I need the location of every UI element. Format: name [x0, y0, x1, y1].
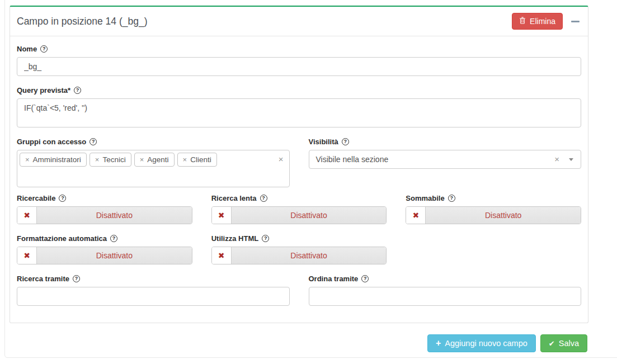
toggle-handle: ✖ [406, 207, 426, 224]
toggles-row-2: Formattazione automatica ? ✖ Disattivato… [17, 234, 581, 264]
nome-label: Nome ? [17, 45, 581, 53]
ricerca-tramite-label: Ricerca tramite ? [17, 275, 290, 283]
toggle-state-label: Disattivato [37, 207, 192, 224]
tag-tecnici: × Tecnici [90, 153, 131, 167]
toggle-handle: ✖ [212, 207, 232, 224]
toggle-state-label: Disattivato [232, 207, 387, 224]
remove-tag-icon[interactable]: × [140, 155, 144, 164]
toggle-off-icon: ✖ [23, 211, 30, 220]
help-icon[interactable]: ? [90, 138, 97, 145]
help-icon[interactable]: ? [342, 138, 349, 145]
groups-visibility-row: Gruppi con accesso ? × Amministratori × … [17, 138, 581, 187]
tag-clienti: × Clienti [177, 153, 217, 167]
visibilita-col: Visibilità ? Visibile nella sezione × [309, 138, 582, 187]
toggle-state-label: Disattivato [426, 207, 581, 224]
tag-amministratori: × Amministratori [20, 153, 87, 167]
ricerca-lenta-col: Ricerca lenta ? ✖ Disattivato [211, 194, 387, 224]
ordina-tramite-input[interactable] [309, 287, 582, 306]
ricercabile-col: Ricercabile ? ✖ Disattivato [17, 194, 192, 224]
ricerca-tramite-col: Ricerca tramite ? [17, 275, 290, 306]
help-icon[interactable]: ? [74, 87, 81, 94]
panel-body: Nome ? Query prevista* ? IF(`qta`<5, 're… [10, 36, 588, 317]
toggle-handle: ✖ [17, 247, 37, 264]
ricercabile-toggle[interactable]: ✖ Disattivato [17, 206, 192, 224]
toggle-off-icon: ✖ [218, 251, 225, 260]
help-icon[interactable]: ? [59, 195, 66, 202]
chevron-down-icon [569, 158, 573, 161]
query-label: Query prevista* ? [17, 86, 581, 94]
clear-selection-icon[interactable]: × [554, 154, 559, 164]
help-icon[interactable]: ? [40, 45, 48, 53]
collapse-icon[interactable] [571, 21, 580, 22]
gruppi-multiselect[interactable]: × Amministratori × Tecnici × Agenti × [17, 150, 290, 187]
sommabile-toggle[interactable]: ✖ Disattivato [406, 206, 581, 224]
visibilita-select[interactable]: Visibile nella sezione × [309, 150, 582, 169]
nome-group: Nome ? [17, 45, 581, 76]
check-icon: ✔ [549, 339, 555, 348]
help-icon[interactable]: ? [448, 195, 455, 202]
utilizza-html-col: Utilizza HTML ? ✖ Disattivato [211, 234, 387, 264]
query-group: Query prevista* ? IF(`qta`<5, 'red', '') [17, 86, 581, 127]
tag-label: Amministratori [33, 155, 81, 164]
help-icon[interactable]: ? [110, 235, 117, 242]
delete-button-label: Elimina [530, 17, 555, 26]
empty-col [406, 234, 581, 264]
formattazione-toggle[interactable]: ✖ Disattivato [17, 247, 192, 264]
ordina-tramite-col: Ordina tramite ? [309, 275, 582, 306]
help-icon[interactable]: ? [260, 195, 267, 202]
nome-input[interactable] [17, 57, 581, 76]
add-field-button-label: Aggiungi nuovo campo [445, 339, 527, 348]
ricerca-tramite-input[interactable] [17, 287, 290, 306]
panel-header: Campo in posizione 14 (_bg_) Elimina [10, 7, 588, 36]
clear-all-icon[interactable]: × [279, 154, 284, 164]
panel-header-actions: Elimina [512, 13, 580, 30]
ricercabile-label: Ricercabile ? [17, 194, 192, 202]
toggle-off-icon: ✖ [218, 211, 225, 220]
delete-button[interactable]: Elimina [512, 13, 563, 30]
formattazione-col: Formattazione automatica ? ✖ Disattivato [17, 234, 192, 264]
sommabile-label: Sommabile ? [406, 194, 581, 202]
sommabile-col: Sommabile ? ✖ Disattivato [406, 194, 581, 224]
help-icon[interactable]: ? [361, 275, 369, 282]
help-icon[interactable]: ? [262, 235, 269, 242]
field-panel: Campo in posizione 14 (_bg_) Elimina Nom… [10, 6, 588, 323]
add-field-button[interactable]: + Aggiungi nuovo campo [427, 334, 536, 352]
ricerca-lenta-toggle[interactable]: ✖ Disattivato [211, 206, 387, 224]
tag-agenti: × Agenti [134, 153, 175, 167]
tag-label: Agenti [147, 155, 168, 164]
save-button[interactable]: ✔ Salva [540, 334, 587, 352]
toggle-handle: ✖ [17, 207, 37, 224]
visibilita-label: Visibilità ? [309, 138, 582, 146]
toggle-state-label: Disattivato [232, 247, 387, 264]
visibilita-selected-value: Visibile nella sezione [316, 155, 389, 164]
ricerca-lenta-label: Ricerca lenta ? [211, 194, 387, 202]
remove-tag-icon[interactable]: × [25, 155, 30, 164]
gruppi-tags: × Amministratori × Tecnici × Agenti × [20, 153, 275, 167]
formattazione-label: Formattazione automatica ? [17, 234, 192, 243]
toggle-off-icon: ✖ [412, 211, 419, 220]
tramite-row: Ricerca tramite ? Ordina tramite ? [17, 275, 581, 306]
help-icon[interactable]: ? [73, 275, 80, 282]
plus-icon: + [436, 339, 441, 347]
panel-title: Campo in posizione 14 (_bg_) [17, 16, 147, 27]
utilizza-html-toggle[interactable]: ✖ Disattivato [211, 247, 387, 264]
toggle-state-label: Disattivato [37, 247, 192, 264]
toggle-off-icon: ✖ [23, 251, 30, 260]
ordina-tramite-label: Ordina tramite ? [309, 275, 582, 283]
toggles-row-1: Ricercabile ? ✖ Disattivato Ricerca lent… [17, 194, 581, 224]
remove-tag-icon[interactable]: × [95, 155, 100, 164]
footer-actions: + Aggiungi nuovo campo ✔ Salva [10, 334, 587, 352]
remove-tag-icon[interactable]: × [183, 155, 187, 164]
tag-label: Clienti [190, 155, 211, 164]
utilizza-html-label: Utilizza HTML ? [211, 234, 387, 243]
trash-icon [519, 17, 526, 26]
gruppi-label: Gruppi con accesso ? [17, 138, 290, 146]
tag-label: Tecnici [102, 155, 125, 164]
toggle-handle: ✖ [212, 247, 232, 264]
save-button-label: Salva [559, 339, 579, 348]
gruppi-col: Gruppi con accesso ? × Amministratori × … [17, 138, 290, 187]
query-textarea[interactable]: IF(`qta`<5, 'red', '') [17, 98, 581, 127]
